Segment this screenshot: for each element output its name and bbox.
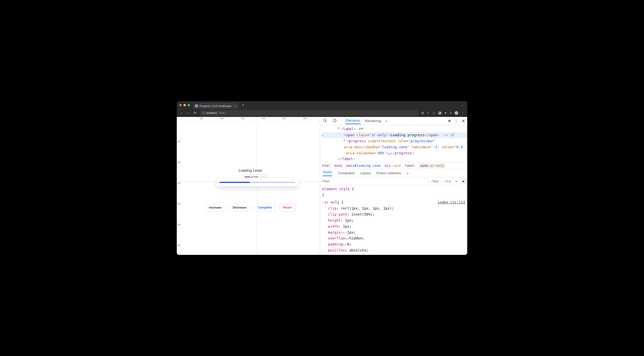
devtools-panel: Elements Rendering » ⚙ ⋮ ✕ … ▼ <label> g… — [320, 117, 467, 255]
style-close: } — [322, 254, 324, 255]
ruler-tick-label: 200 — [220, 117, 224, 120]
dom-breadcrumbs[interactable]: html body main#loading-zone div.card lab… — [320, 162, 467, 169]
complete-button[interactable]: Complete — [254, 203, 276, 212]
caret-right-icon[interactable]: ▶ — [344, 138, 346, 144]
ruler-tick-label: 100 — [200, 117, 203, 120]
new-tab-button[interactable]: + — [240, 103, 246, 107]
ruler-tick-label: 400 — [262, 117, 265, 120]
window-minimize-icon[interactable] — [184, 104, 186, 106]
svg-rect-2 — [335, 120, 336, 122]
subtab-layout[interactable]: Layout — [360, 171, 371, 175]
tooltip-class: .sr-only — [250, 175, 258, 178]
ruler-tick-label: 600 — [177, 244, 181, 247]
device-toggle-icon[interactable] — [332, 118, 338, 124]
styles-filter-input[interactable] — [320, 180, 428, 183]
cls-toggle[interactable]: .cls — [441, 177, 453, 185]
loading-heading: Loading Level — [180, 168, 320, 173]
dom-row-progress[interactable]: ▶ <progress indeterminate role="progress… — [322, 138, 467, 156]
tab-close-icon[interactable]: × — [233, 104, 236, 108]
hov-toggle[interactable]: :hov — [428, 177, 441, 185]
ruler-tick-label: 300 — [241, 117, 244, 120]
style-close: } — [322, 193, 324, 197]
reload-button[interactable]: ⟳ — [193, 111, 197, 115]
style-block-element[interactable]: element.style { } — [322, 186, 465, 198]
progress-card — [216, 179, 299, 186]
layout-pill-grid[interactable]: grid — [357, 126, 365, 132]
devtools-tabs-more-icon[interactable]: » — [385, 119, 387, 123]
ruler-tick-label: 500 — [177, 224, 181, 226]
url-field[interactable]: i localhost:3000 — [200, 110, 419, 116]
address-bar: ← → ⟳ i localhost:3000 ⧉ ⇪ ☆ ✦ ≡ ⋮ — [177, 109, 467, 117]
open-external-icon[interactable]: ⧉ — [422, 111, 424, 115]
extensions-icon[interactable]: ✦ — [444, 111, 447, 115]
forward-button[interactable]: → — [186, 111, 190, 115]
guide-vertical — [257, 121, 258, 255]
subtab-computed[interactable]: Computed — [338, 171, 354, 175]
new-style-rule-icon[interactable]: + — [453, 177, 459, 185]
extension-color-icon[interactable] — [438, 111, 441, 115]
style-selector: .sr-only — [322, 200, 339, 204]
computed-box-icon[interactable]: ▣ — [462, 180, 465, 183]
crumb-selected[interactable]: span.sr-only — [419, 163, 446, 168]
window-close-icon[interactable] — [179, 104, 182, 106]
style-source-link[interactable]: index.css:111 — [438, 199, 465, 206]
progress-fill — [220, 182, 250, 183]
dom-row-label-close[interactable]: </label> — [322, 156, 467, 162]
subtabs-more-icon[interactable]: » — [407, 171, 408, 175]
crumb-main[interactable]: main#loading-zone — [346, 164, 380, 168]
tooltip-dimensions: 1 × 1 — [260, 175, 266, 178]
crumb-body[interactable]: body — [334, 164, 342, 168]
devtools-tab-elements[interactable]: Elements — [345, 118, 361, 124]
ruler-tick-label: 200 — [177, 161, 181, 163]
tab-title: Progress | GUI Challenges — [200, 104, 232, 108]
ruler-tick-label: 100 — [177, 140, 181, 143]
progress-track — [220, 182, 295, 183]
devtools-tab-rendering[interactable]: Rendering — [364, 118, 382, 124]
toolbar-icons: ⧉ ⇪ ☆ ✦ ≡ ⋮ — [422, 111, 464, 115]
devtools-close-icon[interactable]: ✕ — [462, 119, 465, 124]
devtools-settings-icon[interactable]: ⚙ — [448, 119, 451, 123]
page-viewport: 100 200 300 400 500 600 100 200 300 400 … — [177, 117, 320, 255]
ruler-tick-label: 400 — [177, 203, 181, 205]
profile-avatar-icon[interactable] — [454, 111, 458, 115]
elements-tree[interactable]: … ▼ <label> grid <span class="sr-only">L… — [320, 125, 467, 162]
devtools-kebab-icon[interactable]: ⋮ — [454, 119, 458, 123]
ruler-vertical: 100 200 300 400 500 600 — [177, 121, 180, 255]
style-block-sronly[interactable]: index.css:111 .sr-only { clip: rect(1px,… — [322, 199, 465, 255]
dom-row-selected[interactable]: <span class="sr-only">Loading progress</… — [322, 132, 467, 138]
browser-tab[interactable]: Progress | GUI Challenges × — [193, 103, 239, 109]
caret-down-icon[interactable]: ▼ — [338, 126, 340, 132]
subtab-styles[interactable]: Styles — [322, 170, 332, 176]
styles-filter-bar: :hov .cls + ▣ — [320, 177, 467, 185]
disclose-icon[interactable]: ▶ — [343, 231, 345, 235]
reset-button[interactable]: Reset — [279, 203, 296, 212]
stage: Loading Level span.sr-only 1 × 1 Increas… — [180, 121, 320, 255]
window-chevron-icon[interactable]: ⌄ — [460, 104, 465, 107]
button-row: Increase Decrease Complete Reset — [180, 203, 320, 212]
browser-menu-icon[interactable]: ⋮ — [461, 111, 464, 115]
site-info-icon[interactable]: i — [202, 112, 205, 114]
style-selector: element.style — [322, 187, 350, 191]
decrease-button[interactable]: Decrease — [229, 203, 250, 212]
reading-list-icon[interactable]: ≡ — [450, 111, 452, 115]
favicon-icon — [195, 104, 198, 107]
disclose-icon[interactable]: ▶ — [346, 243, 347, 247]
styles-subtabs: Styles Computed Layout Event Listeners » — [320, 169, 467, 177]
ruler-tick-label: 500 — [282, 117, 286, 120]
share-icon[interactable]: ⇪ — [427, 111, 430, 115]
inspect-element-icon[interactable] — [322, 118, 328, 124]
dom-row-label[interactable]: ▼ <label> grid — [322, 126, 467, 132]
increase-button[interactable]: Increase — [205, 203, 226, 212]
browser-window: Progress | GUI Challenges × + ⌄ ← → ⟳ i … — [177, 101, 467, 255]
subtab-event-listeners[interactable]: Event Listeners — [376, 171, 401, 175]
crumb-html[interactable]: html — [322, 164, 330, 168]
styles-pane[interactable]: element.style { } index.css:111 .sr-only… — [320, 185, 467, 255]
crumb-div[interactable]: div.card — [385, 164, 401, 168]
ruler-tick-label: 300 — [177, 182, 181, 184]
ruler-tick-label: 600 — [303, 117, 307, 120]
disclose-icon[interactable]: ▶ — [348, 237, 349, 241]
crumb-label[interactable]: label — [405, 164, 415, 168]
star-icon[interactable]: ☆ — [432, 111, 435, 115]
back-button[interactable]: ← — [180, 111, 184, 115]
window-maximize-icon[interactable] — [188, 104, 190, 106]
